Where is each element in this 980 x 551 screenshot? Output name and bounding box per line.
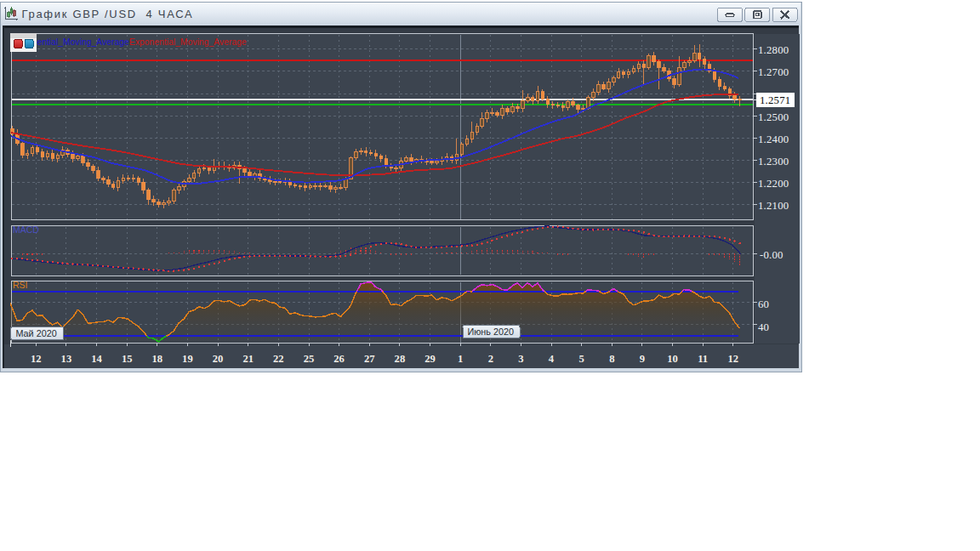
svg-text:1.2300: 1.2300 [758,156,789,168]
svg-text:Exponential_Moving_Average: Exponential_Moving_Average [129,37,247,47]
svg-text:15: 15 [122,353,133,365]
svg-text:5: 5 [578,353,584,365]
svg-text:11: 11 [698,353,708,365]
svg-text:1.2400: 1.2400 [758,133,789,145]
svg-text:25: 25 [304,353,315,365]
svg-text:Июнь 2020: Июнь 2020 [468,327,514,337]
svg-text:22: 22 [273,353,284,365]
svg-text:12: 12 [728,353,739,365]
svg-text:27: 27 [364,353,375,365]
svg-text:1.2500: 1.2500 [758,111,789,123]
svg-text:4: 4 [549,353,555,365]
svg-text:9: 9 [640,353,645,365]
svg-text:19: 19 [182,353,193,365]
svg-text:18: 18 [152,353,163,365]
svg-text:1: 1 [458,353,463,365]
svg-text:1.2571: 1.2571 [760,94,790,106]
svg-text:1.2800: 1.2800 [758,44,789,56]
svg-text:3: 3 [518,353,523,365]
svg-text:-0.00: -0.00 [760,249,783,261]
svg-text:RSI: RSI [13,280,28,290]
svg-text:2: 2 [488,353,493,365]
svg-text:40: 40 [758,321,769,333]
svg-text:26: 26 [333,353,345,365]
svg-text:29: 29 [424,353,436,365]
svg-text:60: 60 [758,298,769,310]
svg-text:13: 13 [61,353,72,365]
svg-text:1.2100: 1.2100 [758,200,789,212]
svg-text:8: 8 [609,353,614,365]
svg-text:12: 12 [31,353,42,365]
svg-text:Май 2020: Май 2020 [16,328,57,338]
svg-text:MACD: MACD [13,224,39,235]
svg-text:20: 20 [213,353,224,365]
svg-text:14: 14 [91,353,102,365]
svg-text:21: 21 [242,353,254,365]
svg-text:График GBP /USD 4 ЧАСА: График GBP /USD 4 ЧАСА [22,8,194,20]
svg-text:28: 28 [395,353,406,365]
svg-text:1.2200: 1.2200 [758,178,789,190]
svg-text:10: 10 [667,353,678,365]
svg-text:1.2700: 1.2700 [758,66,789,78]
